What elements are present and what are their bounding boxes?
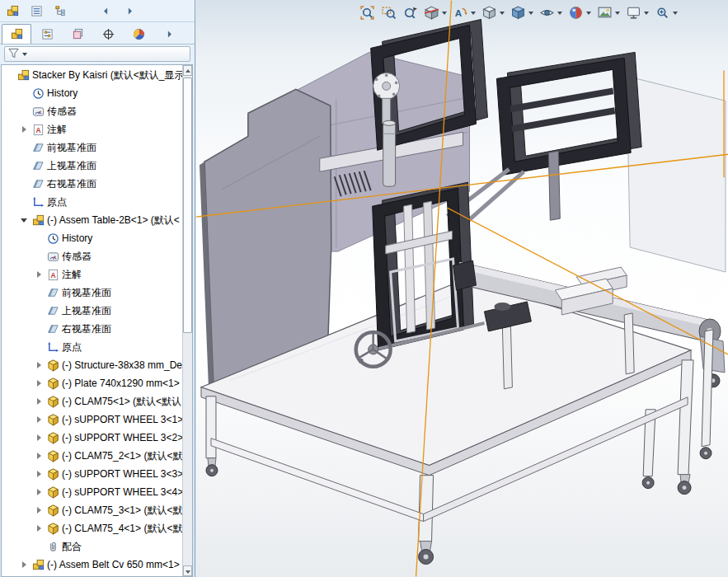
chevron-down-icon[interactable]	[557, 12, 562, 15]
expand-arrow-icon[interactable]	[35, 505, 45, 516]
tree-item-support-wheel-3-4[interactable]: (-) sUPPORT WHEEL 3<4>	[2, 483, 182, 501]
expand-arrow-icon[interactable]	[20, 560, 31, 570]
graphics-viewport[interactable]: A	[196, 0, 728, 577]
tree-item-history-2[interactable]: History	[2, 229, 182, 247]
scrollbar-thumb[interactable]	[183, 77, 192, 333]
display-style-button[interactable]	[509, 3, 535, 22]
sensors-icon	[31, 105, 45, 118]
tree-item-plate-740x1290[interactable]: (-) Plate 740x1290 mm<1>	[2, 374, 182, 392]
apply-scene-button[interactable]	[595, 3, 622, 22]
cad-model-stacker[interactable]	[196, 0, 728, 577]
plane-icon	[31, 141, 45, 154]
expand-arrow-icon[interactable]	[35, 433, 45, 443]
flyout-tab[interactable]	[154, 24, 184, 44]
tree-item-structure-38x38[interactable]: (-) Structure-38x38 mm_De	[2, 356, 182, 374]
expand-arrow-icon[interactable]	[35, 451, 45, 462]
tree-item-label: (-) CLAM75_4<1> (默认<默	[62, 522, 182, 536]
dimxpertmanager-tab[interactable]	[93, 24, 123, 44]
expand-arrow-icon[interactable]	[35, 396, 45, 407]
expand-arrow-icon[interactable]	[35, 378, 45, 389]
tree-item-annotations[interactable]: A注解	[2, 120, 182, 138]
tree-item-clam75-4[interactable]: (-) CLAM75_4<1> (默认<默	[2, 519, 182, 537]
tree-item-front-plane[interactable]: 前视基准面	[2, 138, 182, 157]
annotation-list-icon[interactable]	[27, 2, 45, 20]
expand-arrow-icon[interactable]	[35, 360, 45, 371]
tree-item-sensors[interactable]: 传感器	[2, 102, 182, 120]
chevron-down-icon[interactable]	[22, 53, 27, 56]
tree-item-top-plane[interactable]: 上视基准面	[2, 157, 182, 175]
collapse-arrow-icon[interactable]	[20, 215, 31, 226]
expand-arrow-icon[interactable]	[35, 523, 45, 534]
tree-item-clam75-1[interactable]: (-) CLAM75<1> (默认<默认	[2, 392, 182, 410]
solidworks-window: Stacker By Kaisri (默认<默认_显示History传感器A注解…	[0, 0, 728, 577]
tree-item-label: (-) Plate 740x1290 mm<1>	[62, 378, 180, 389]
chevron-down-icon[interactable]	[586, 12, 591, 15]
zoom-to-selection-button[interactable]	[401, 3, 420, 22]
propertymanager-tab[interactable]	[32, 24, 62, 44]
sensors-icon	[46, 250, 59, 263]
hide-show-items-button[interactable]	[538, 3, 564, 22]
scroll-up-button[interactable]	[183, 65, 192, 76]
tree-item-history[interactable]: History	[2, 84, 182, 102]
tree-item-right-plane[interactable]: 右视基准面	[2, 175, 182, 193]
scroll-down-button[interactable]	[183, 565, 192, 576]
tree-item-origin-2[interactable]: 原点	[2, 338, 182, 356]
chevron-down-icon[interactable]	[528, 12, 533, 15]
tree-item-sensors-2[interactable]: 传感器	[2, 247, 182, 265]
tree-item-support-wheel-3-1[interactable]: (-) sUPPORT WHEEL 3<1>	[2, 410, 182, 429]
scroll-right-icon[interactable]	[120, 2, 139, 20]
configurationmanager-tab[interactable]	[63, 24, 92, 44]
view-settings-button[interactable]	[624, 3, 651, 22]
chevron-down-icon[interactable]	[471, 12, 476, 15]
chevron-down-icon[interactable]	[442, 12, 447, 15]
tree-item-clam75-3[interactable]: (-) CLAM75_3<1> (默认<默	[2, 501, 182, 519]
section-view-button[interactable]	[422, 3, 449, 22]
part-icon	[46, 395, 59, 408]
displaymanager-tab[interactable]	[124, 24, 153, 44]
scroll-left-icon[interactable]	[96, 2, 115, 20]
tree-spacer	[5, 70, 16, 81]
section-icon	[424, 5, 439, 21]
expand-arrow-icon[interactable]	[35, 415, 45, 425]
tree-display-icon[interactable]	[51, 2, 69, 20]
tree-item-top-plane-2[interactable]: 上视基准面	[2, 302, 182, 320]
tree-item-origin[interactable]: 原点	[2, 193, 182, 211]
tree-item-right-plane-2[interactable]: 右视基准面	[2, 320, 182, 338]
expand-arrow-icon[interactable]	[20, 124, 31, 135]
tree-item-label: (-) Assem Belt Cv 650 mm<1>	[47, 559, 180, 570]
view-orientation-button[interactable]	[480, 3, 506, 22]
zoom-to-fit-button[interactable]	[358, 3, 377, 22]
tree-item-support-wheel-3-3[interactable]: (-) sUPPORT WHEEL 3<3>	[2, 465, 182, 483]
heads-up-view-toolbar: A	[358, 3, 679, 22]
tree-item-assem-belt-cv650[interactable]: (-) Assem Belt Cv 650 mm<1>	[2, 556, 182, 574]
tree-item-support-wheel-3-2[interactable]: (-) sUPPORT WHEEL 3<2>	[2, 429, 182, 447]
tree-scrollbar[interactable]	[182, 65, 192, 576]
scene-icon	[597, 5, 613, 21]
panel-tab-bar	[0, 22, 195, 45]
panel-top-strip	[0, 0, 195, 22]
tree-item-annotations-2[interactable]: A注解	[2, 265, 182, 284]
tree-item-assem-table-2b[interactable]: (-) Assem Table-2B<1> (默认<	[2, 211, 182, 229]
annotation-views-button[interactable]: A	[451, 3, 477, 22]
expand-arrow-icon[interactable]	[35, 469, 45, 480]
tree-item-mates[interactable]: 配合	[2, 537, 182, 556]
chevron-down-icon[interactable]	[500, 12, 505, 15]
tree-item-stacker-root[interactable]: Stacker By Kaisri (默认<默认_显示	[2, 66, 182, 84]
expand-arrow-icon[interactable]	[35, 270, 45, 280]
annot-view-icon: A	[453, 5, 468, 21]
pneumatic-cylinder[interactable]	[383, 120, 396, 186]
filter-funnel-icon[interactable]	[7, 47, 20, 62]
chevron-down-icon[interactable]	[615, 12, 620, 15]
expand-arrow-icon[interactable]	[35, 487, 45, 498]
edit-appearance-button[interactable]	[566, 3, 593, 22]
chevron-down-icon[interactable]	[673, 12, 678, 15]
assembly-document-icon[interactable]	[3, 2, 21, 20]
tree-item-front-plane-2[interactable]: 前视基准面	[2, 284, 182, 302]
tree-filter-input[interactable]	[4, 46, 190, 62]
assembly-icon	[16, 68, 30, 82]
zoom-to-area-button[interactable]	[379, 3, 398, 22]
magnify-button[interactable]	[653, 3, 679, 22]
tree-item-clam75-2[interactable]: (-) CLAM75_2<1> (默认<默	[2, 447, 182, 465]
chevron-down-icon[interactable]	[644, 12, 649, 15]
featuremanager-tab[interactable]	[2, 24, 31, 44]
